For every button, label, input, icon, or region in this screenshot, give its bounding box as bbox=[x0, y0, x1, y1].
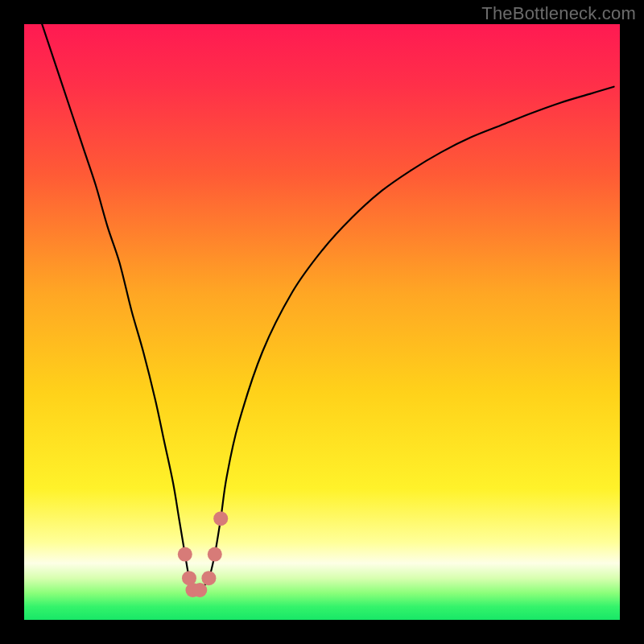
outer-frame: TheBottleneck.com bbox=[0, 0, 644, 644]
watermark-text: TheBottleneck.com bbox=[481, 3, 636, 24]
plot-area bbox=[24, 24, 620, 620]
chart-svg bbox=[24, 24, 620, 620]
marker-dot bbox=[201, 571, 216, 585]
bottleneck-curve bbox=[42, 24, 613, 592]
marker-dot bbox=[213, 511, 228, 526]
marker-dot bbox=[208, 547, 222, 562]
marker-dot bbox=[192, 583, 207, 597]
curve-markers bbox=[178, 511, 228, 597]
marker-dot bbox=[178, 547, 192, 562]
